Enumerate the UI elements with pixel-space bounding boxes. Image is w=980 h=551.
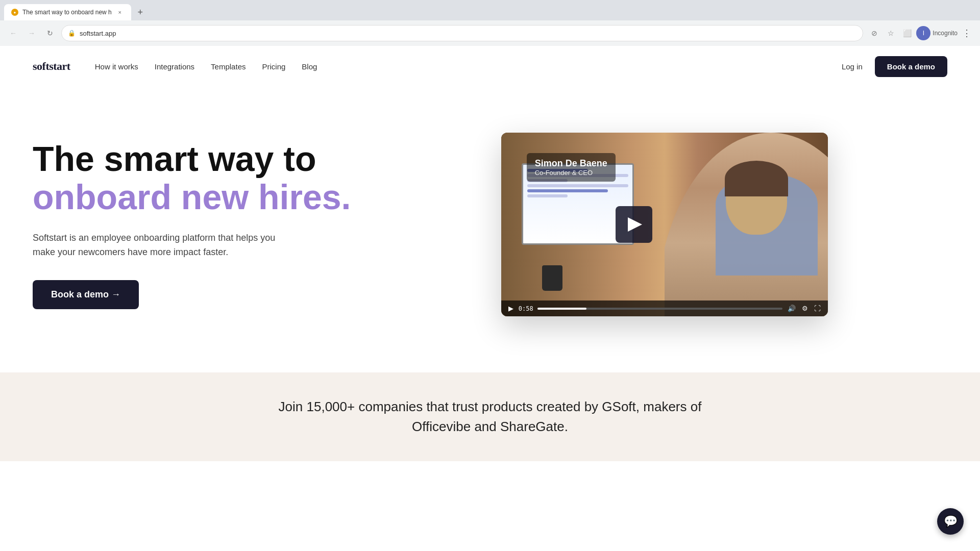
nav-link-pricing[interactable]: Pricing: [262, 62, 285, 71]
logo[interactable]: softstart: [33, 60, 70, 73]
hero-book-demo-button[interactable]: Book a demo →: [33, 280, 139, 309]
hero-title-highlight: onboard new hires.: [33, 178, 351, 216]
browser-chrome: ● The smart way to onboard new h × + ← →…: [0, 0, 980, 46]
chat-icon: 💬: [944, 515, 958, 528]
navbar: softstart How it works Integrations Temp…: [0, 46, 980, 87]
video-fullscreen-button[interactable]: ⛶: [813, 304, 822, 313]
url-text: softstart.app: [80, 30, 856, 37]
video-play-pause-button[interactable]: ▶: [507, 304, 514, 313]
video-timestamp: 0:58: [519, 305, 533, 312]
video-controls: ▶ 0:58 🔊 ⚙ ⛶: [501, 300, 828, 316]
lock-icon: 🔒: [68, 30, 76, 37]
forward-button[interactable]: →: [24, 26, 39, 40]
bookmark-icon[interactable]: ☆: [884, 26, 898, 40]
hero-title-plain: The smart way to: [33, 139, 316, 178]
cast-icon[interactable]: ⊘: [867, 26, 881, 40]
nav-links: How it works Integrations Templates Pric…: [95, 62, 842, 71]
nav-link-integrations[interactable]: Integrations: [155, 62, 194, 71]
browser-toolbar: ← → ↻ 🔒 softstart.app ⊘ ☆ ⬜ I Incognito …: [0, 20, 980, 46]
trust-banner-text: Join 15,000+ companies that trust produc…: [260, 397, 720, 437]
toolbar-actions: ⊘ ☆ ⬜ I Incognito ⋮: [867, 26, 974, 40]
tab-close-button[interactable]: ×: [116, 8, 124, 16]
hero-right: Simon De Baene Co-Founder & CEO ▶ 0:58: [381, 133, 947, 316]
nav-link-blog[interactable]: Blog: [302, 62, 317, 71]
video-player[interactable]: Simon De Baene Co-Founder & CEO ▶ 0:58: [501, 133, 828, 316]
incognito-label: Incognito: [933, 30, 958, 37]
tab-title: The smart way to onboard new h: [22, 9, 112, 16]
tab-favicon: ●: [11, 9, 18, 16]
browser-menu-button[interactable]: ⋮: [960, 26, 974, 40]
page-content: softstart How it works Integrations Temp…: [0, 46, 980, 551]
profile-button[interactable]: I: [916, 26, 930, 40]
video-progress-bar[interactable]: [537, 308, 782, 310]
split-screen-icon[interactable]: ⬜: [900, 26, 914, 40]
nav-link-how-it-works[interactable]: How it works: [95, 62, 138, 71]
chat-widget-button[interactable]: 💬: [937, 508, 964, 535]
nav-link-templates[interactable]: Templates: [211, 62, 246, 71]
hero-left: The smart way to onboard new hires. Soft…: [33, 140, 351, 309]
video-volume-button[interactable]: 🔊: [787, 304, 797, 313]
video-progress-fill: [537, 308, 586, 310]
back-button[interactable]: ←: [6, 26, 20, 40]
video-thumbnail: Simon De Baene Co-Founder & CEO: [501, 133, 828, 316]
address-bar[interactable]: 🔒 softstart.app: [61, 25, 863, 41]
hero-description: Softstart is an employee onboarding plat…: [33, 231, 298, 260]
refresh-button[interactable]: ↻: [43, 26, 57, 40]
play-icon: [628, 217, 642, 232]
hero-section: The smart way to onboard new hires. Soft…: [0, 87, 980, 372]
nav-book-demo-button[interactable]: Book a demo: [875, 56, 947, 77]
browser-tab-active[interactable]: ● The smart way to onboard new h ×: [4, 4, 131, 20]
presenter-name: Simon De Baene: [535, 158, 607, 169]
hero-title: The smart way to onboard new hires.: [33, 140, 351, 216]
trust-banner: Join 15,000+ companies that trust produc…: [0, 372, 980, 461]
login-button[interactable]: Log in: [842, 62, 863, 71]
video-settings-button[interactable]: ⚙: [801, 304, 809, 313]
new-tab-button[interactable]: +: [133, 5, 148, 19]
name-tag: Simon De Baene Co-Founder & CEO: [527, 153, 616, 182]
play-button[interactable]: [616, 206, 652, 243]
presenter-title: Co-Founder & CEO: [535, 169, 607, 177]
nav-actions: Log in Book a demo: [842, 56, 947, 77]
browser-tabs: ● The smart way to onboard new h × +: [0, 0, 980, 20]
